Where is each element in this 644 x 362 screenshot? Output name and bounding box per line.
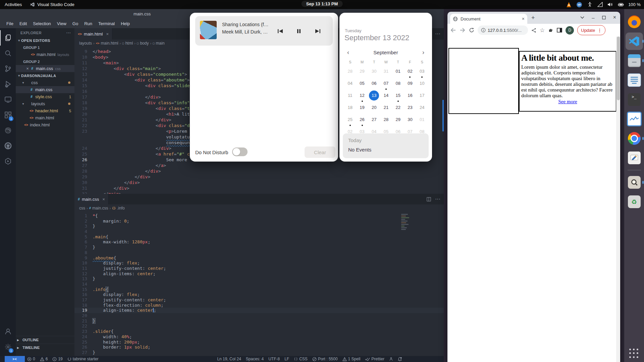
- calendar-day-08[interactable]: 08: [392, 78, 404, 90]
- calendar-day-06[interactable]: 06: [368, 78, 380, 90]
- side-panel-icon[interactable]: [557, 28, 562, 33]
- calendar-day-29[interactable]: 29: [356, 66, 368, 78]
- calendar-day-25[interactable]: 25: [344, 115, 356, 127]
- tab-main-css[interactable]: # main.css ×: [74, 194, 109, 204]
- section-open-editors[interactable]: ▾OPEN EDITORS: [16, 37, 74, 44]
- calendar-day-01[interactable]: 01: [392, 66, 404, 78]
- remote-explorer-icon[interactable]: [0, 92, 16, 107]
- libreoffice-writer-icon[interactable]: [626, 71, 643, 89]
- menu-view[interactable]: View: [54, 20, 69, 27]
- source-control-icon[interactable]: [0, 61, 16, 76]
- firefox-icon[interactable]: [626, 13, 643, 31]
- calendar-day-28[interactable]: 28: [380, 115, 392, 127]
- account-icon[interactable]: [0, 324, 16, 339]
- clear-notifications-button[interactable]: Clear: [305, 146, 335, 158]
- previous-track-icon[interactable]: [276, 27, 284, 35]
- new-tab-icon[interactable]: +: [531, 14, 535, 21]
- editor-css[interactable]: 1*{2 margin: 0;3}45.main{6 max-width: 12…: [74, 212, 444, 356]
- share-icon[interactable]: [531, 28, 536, 33]
- calendar-day-23[interactable]: 23: [404, 103, 416, 115]
- tree-item-group-2[interactable]: GROUP 2: [16, 58, 74, 65]
- tab-search-chevron-icon[interactable]: [580, 16, 584, 19]
- calendar-day-07[interactable]: 07: [380, 78, 392, 90]
- calendar-day-21[interactable]: 21: [380, 103, 392, 115]
- system-tray[interactable]: qb100 %: [566, 0, 641, 9]
- minimap[interactable]: [400, 213, 412, 235]
- pause-icon[interactable]: [294, 27, 303, 35]
- bookmark-star-icon[interactable]: ☆: [540, 27, 545, 34]
- menu-file[interactable]: File: [3, 20, 16, 27]
- breadcrumb-item[interactable]: css: [79, 206, 85, 210]
- menu-go[interactable]: Go: [69, 20, 81, 27]
- status-bell[interactable]: [395, 356, 404, 362]
- breadcrumb[interactable]: css›#main.css›{}.info: [74, 204, 444, 212]
- profile-avatar[interactable]: D: [566, 26, 574, 35]
- media-player-card[interactable]: Sharing Locations (f… Meek Mill, Lil Dur…: [195, 16, 333, 46]
- calendar-day-26[interactable]: 26: [356, 115, 368, 127]
- calendar-day-30[interactable]: 30: [404, 115, 416, 127]
- next-month-icon[interactable]: ›: [419, 49, 427, 56]
- calendar-day-04[interactable]: 04: [344, 78, 356, 90]
- prev-month-icon[interactable]: ‹: [344, 49, 352, 56]
- menu-edit[interactable]: Edit: [16, 20, 30, 27]
- trash-icon[interactable]: ♻: [626, 193, 643, 210]
- more-actions-icon[interactable]: ···: [66, 31, 71, 35]
- chrome-icon[interactable]: [626, 130, 643, 147]
- calendar-day-19[interactable]: 19: [356, 103, 368, 115]
- tree-item-index-html[interactable]: <>index.html: [16, 121, 74, 128]
- calendar-day-01[interactable]: 01: [416, 115, 428, 127]
- status-port-5500[interactable]: Port : 5500: [310, 356, 340, 362]
- remote-indicator[interactable]: ><: [5, 356, 25, 362]
- calendar-day-12[interactable]: 12: [356, 90, 368, 103]
- tree-item-css[interactable]: ▾css: [16, 79, 74, 86]
- more-actions-icon[interactable]: ···: [435, 196, 440, 202]
- status-19[interactable]: 19: [50, 356, 65, 362]
- files-icon[interactable]: [626, 52, 643, 69]
- terminal-icon[interactable]: >_: [626, 91, 643, 108]
- breadcrumb-item[interactable]: #main.css: [89, 206, 108, 210]
- tree-item-main-html[interactable]: <>main.html: [16, 114, 74, 121]
- status-ln-19-col-24[interactable]: Ln 19, Col 24: [215, 356, 243, 362]
- tree-item-main-css[interactable]: #main.css: [16, 86, 74, 93]
- system-monitor-icon[interactable]: [626, 110, 643, 128]
- section-outline[interactable]: ▸OUTLINE: [16, 336, 74, 344]
- calendar-day-18[interactable]: 18: [344, 103, 356, 115]
- forward-icon[interactable]: [460, 28, 466, 33]
- calendar-day-15[interactable]: 15: [392, 90, 404, 103]
- clock-button[interactable]: Sep 13 1:13 PM: [302, 1, 343, 7]
- breadcrumb-item[interactable]: ▢main: [153, 41, 164, 46]
- more-actions-icon[interactable]: ···: [435, 31, 440, 37]
- tree-item-group-1[interactable]: GROUP 1: [16, 44, 74, 51]
- calendar-day-24[interactable]: 24: [416, 103, 428, 115]
- do-not-disturb-toggle[interactable]: [232, 147, 248, 156]
- close-editor-icon[interactable]: ×: [25, 66, 30, 71]
- status-lf[interactable]: LF: [282, 356, 291, 362]
- update-chrome-button[interactable]: Update ⋮: [577, 25, 605, 35]
- calendar-day-09[interactable]: 09: [404, 78, 416, 90]
- section-darsonnjauala[interactable]: ▾DARSONNJAUALA: [16, 72, 74, 79]
- browser-tab[interactable]: Document ×: [450, 14, 527, 24]
- menu-help[interactable]: Help: [118, 20, 133, 27]
- calendar-day-17[interactable]: 17: [416, 90, 428, 103]
- status-0[interactable]: 0: [25, 356, 38, 362]
- menu-run[interactable]: Run: [81, 20, 95, 27]
- status-spaces-4[interactable]: Spaces: 4: [244, 356, 266, 362]
- status-6[interactable]: 6: [38, 356, 50, 362]
- split-editor-icon[interactable]: [427, 197, 431, 201]
- section-timeline[interactable]: ▸TIMELINE: [16, 344, 74, 351]
- status-prettier[interactable]: Prettier: [363, 356, 387, 362]
- close-tab-icon[interactable]: ×: [102, 197, 105, 202]
- back-icon[interactable]: [450, 28, 456, 33]
- search-icon[interactable]: [0, 46, 16, 61]
- screenshot-tool-icon[interactable]: [626, 174, 643, 191]
- calendar-day-05[interactable]: 05: [356, 78, 368, 90]
- maximize-icon[interactable]: [602, 16, 606, 19]
- status-1-spell[interactable]: 1 Spell: [340, 356, 363, 362]
- status-person[interactable]: [387, 356, 395, 362]
- tab-main-html[interactable]: <> main.html ×: [74, 28, 112, 40]
- tree-item-main-html[interactable]: <>main.htmllayouts: [16, 51, 74, 58]
- breadcrumb-item[interactable]: ▢html: [122, 41, 133, 46]
- settings-gear-icon[interactable]: 1: [0, 339, 16, 355]
- extensions-icon[interactable]: 1: [0, 107, 16, 123]
- tree-item-header-html[interactable]: <>header.html5: [16, 107, 74, 114]
